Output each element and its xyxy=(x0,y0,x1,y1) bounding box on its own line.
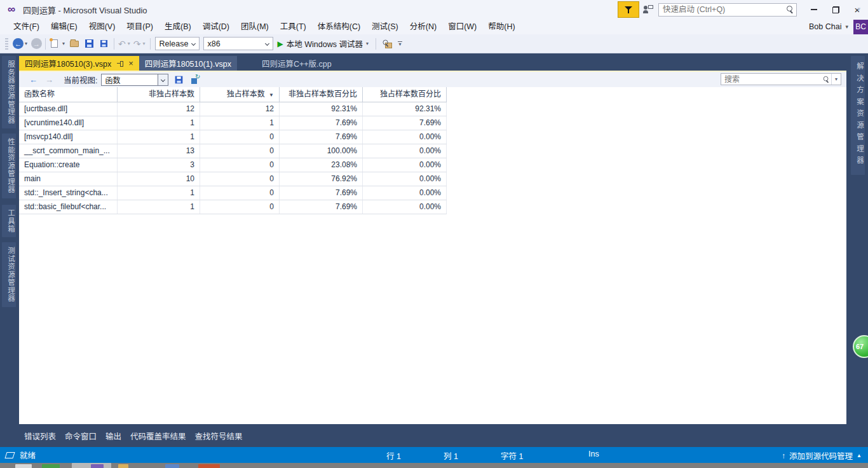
report-toolbar: ← → 当前视图: 函数 ▾ xyxy=(19,72,846,87)
navigate-back-button[interactable]: ← xyxy=(13,38,24,49)
column-header[interactable]: 独占样本数 ▼ xyxy=(200,87,280,102)
undo-button[interactable]: ↶ xyxy=(118,39,126,49)
table-row[interactable]: [vcruntime140.dll] 1 1 7.69% 7.69% xyxy=(19,116,447,130)
navigate-back-dropdown-icon[interactable]: ▾ xyxy=(25,41,27,46)
tool-window-tab[interactable]: 测试资源管理器 xyxy=(2,242,16,307)
table-row[interactable]: Equation::create 3 0 23.08% 0.00% xyxy=(19,158,447,172)
save-report-button[interactable] xyxy=(175,76,183,83)
taskbar-visual-studio-icon[interactable] xyxy=(91,464,104,468)
find-in-files-button[interactable] xyxy=(382,39,392,48)
document-tab[interactable]: 四则运算180510(1).vspx × xyxy=(139,56,237,71)
cell-inclusive-samples: 1 xyxy=(118,116,200,130)
table-row[interactable]: main 10 0 76.92% 0.00% xyxy=(19,172,447,186)
bottom-panel-tab[interactable]: 命令窗口 xyxy=(65,430,97,442)
bottom-panel-tab[interactable]: 代码覆盖率结果 xyxy=(130,430,186,442)
configuration-dropdown[interactable]: Release xyxy=(155,37,200,50)
report-content: 函数名称 ▼ 非独占样本数 ▼ 独占样本数 ▼ xyxy=(19,87,846,424)
cell-function-name: main xyxy=(19,172,118,186)
menu-item[interactable]: 生成(B) xyxy=(159,19,197,34)
menu-item[interactable]: 文件(F) xyxy=(8,19,45,34)
menu-item[interactable]: 窗口(W) xyxy=(442,19,482,34)
account-name[interactable]: Bob Chai xyxy=(809,22,841,31)
open-documents-dropdown-icon[interactable]: ▾ xyxy=(857,6,860,12)
menu-item[interactable]: 分析(N) xyxy=(404,19,442,34)
tool-window-tab[interactable]: 性能资源管理器 xyxy=(2,134,16,198)
document-tab[interactable]: 四则运算180510(3).vspx × xyxy=(19,56,139,71)
menu-item[interactable]: 体系结构(C) xyxy=(312,19,366,34)
menu-item[interactable]: 视图(V) xyxy=(83,19,121,34)
cell-exclusive-percent: 0.00% xyxy=(363,130,447,144)
tool-window-tab[interactable]: 服务器资源管理器 xyxy=(2,56,16,128)
cell-exclusive-samples: 0 xyxy=(200,186,280,200)
dropdown-button[interactable] xyxy=(158,74,168,85)
column-header[interactable]: 非独占样本数百分比 ▼ xyxy=(280,87,363,102)
column-header[interactable]: 独占样本数百分比 ▼ xyxy=(363,87,447,102)
notifications-flag-button[interactable] xyxy=(618,1,639,18)
toolbar-grip[interactable] xyxy=(5,38,8,50)
report-search-input[interactable] xyxy=(724,75,822,84)
tool-window-tab[interactable]: 解决方案资源管理器 xyxy=(851,56,865,175)
redo-dropdown-icon[interactable]: ▾ xyxy=(143,41,146,46)
table-row[interactable]: [msvcp140.dll] 1 0 7.69% 0.00% xyxy=(19,130,447,144)
start-debugging-button[interactable]: ▶ 本地 Windows 调试器 ▾ xyxy=(278,38,370,50)
menu-item[interactable]: 团队(M) xyxy=(235,19,275,34)
play-icon: ▶ xyxy=(278,39,283,48)
taskbar-icon[interactable] xyxy=(118,464,128,468)
avatar[interactable]: BC xyxy=(853,20,868,34)
taskbar-icon[interactable] xyxy=(165,464,179,468)
platform-dropdown[interactable]: x86 xyxy=(203,37,273,50)
platform-value: x86 xyxy=(208,39,220,48)
refresh-report-button[interactable] xyxy=(191,76,200,84)
menu-item[interactable]: 帮助(H) xyxy=(482,19,520,34)
save-button[interactable] xyxy=(85,39,93,48)
windows-taskbar-sliver xyxy=(0,463,868,468)
pin-icon[interactable] xyxy=(117,60,123,67)
current-view-dropdown[interactable]: 函数 xyxy=(101,74,168,86)
report-forward-button[interactable]: → xyxy=(45,75,53,85)
report-search-box[interactable]: ▾ xyxy=(721,73,841,85)
table-row[interactable]: std::basic_filebuf<char... 1 0 7.69% 0.0… xyxy=(19,200,447,214)
bottom-panel-tab[interactable]: 查找符号结果 xyxy=(195,430,243,442)
toolbar-overflow-button[interactable]: ▾ xyxy=(398,41,402,46)
report-back-button[interactable]: ← xyxy=(29,75,37,85)
undo-dropdown-icon[interactable]: ▾ xyxy=(128,41,130,46)
chevron-down-icon[interactable]: ▾ xyxy=(845,24,848,30)
ready-state-icon xyxy=(4,452,15,458)
minimize-icon xyxy=(811,9,817,10)
close-icon[interactable]: × xyxy=(128,60,133,67)
menu-item[interactable]: 测试(S) xyxy=(366,19,404,34)
menu-item[interactable]: 编辑(E) xyxy=(45,19,83,34)
minimize-button[interactable] xyxy=(803,0,825,19)
column-header[interactable]: 函数名称 ▼ xyxy=(19,87,118,102)
quick-launch-input[interactable] xyxy=(663,5,786,14)
new-project-dropdown-icon[interactable]: ▾ xyxy=(62,41,65,46)
cell-exclusive-percent: 0.00% xyxy=(363,186,447,200)
redo-button[interactable]: ↷ xyxy=(133,39,141,49)
quick-launch-search[interactable] xyxy=(658,3,797,17)
table-row[interactable]: std::_Insert_string<cha... 1 0 7.69% 0.0… xyxy=(19,186,447,200)
taskbar-icon[interactable] xyxy=(198,464,220,468)
table-row[interactable]: __scrt_common_main_... 13 0 100.00% 0.00… xyxy=(19,144,447,158)
add-to-source-control-button[interactable]: ↑ 添加到源代码管理 ▲ xyxy=(782,450,862,462)
open-file-button[interactable] xyxy=(70,41,79,47)
menu-item[interactable]: 工具(T) xyxy=(275,19,312,34)
new-project-button[interactable] xyxy=(51,39,58,48)
table-row[interactable]: [ucrtbase.dll] 12 12 92.31% 92.31% xyxy=(19,102,447,116)
bottom-panel-tab[interactable]: 输出 xyxy=(105,430,121,442)
tool-window-tab[interactable]: 工具箱 xyxy=(2,205,16,238)
functions-table: 函数名称 ▼ 非独占样本数 ▼ 独占样本数 ▼ xyxy=(19,87,447,214)
taskbar-icon[interactable] xyxy=(42,464,60,468)
save-all-button[interactable] xyxy=(100,40,107,47)
search-options-dropdown-icon[interactable]: ▾ xyxy=(831,74,841,85)
menu-item[interactable]: 项目(P) xyxy=(121,19,159,34)
column-header[interactable]: 非独占样本数 ▼ xyxy=(118,87,200,102)
bottom-panel-tab[interactable]: 错误列表 xyxy=(24,430,56,442)
navigate-forward-button[interactable]: → xyxy=(31,38,42,49)
document-tab[interactable]: 四则运算C++版.cpp × xyxy=(256,56,337,71)
restore-button[interactable] xyxy=(825,0,846,19)
taskbar-icon[interactable] xyxy=(15,464,32,468)
cell-exclusive-percent: 7.69% xyxy=(363,116,447,130)
debug-target-dropdown-icon: ▾ xyxy=(366,41,369,46)
menu-item[interactable]: 调试(D) xyxy=(197,19,235,34)
send-feedback-icon[interactable] xyxy=(643,5,653,14)
